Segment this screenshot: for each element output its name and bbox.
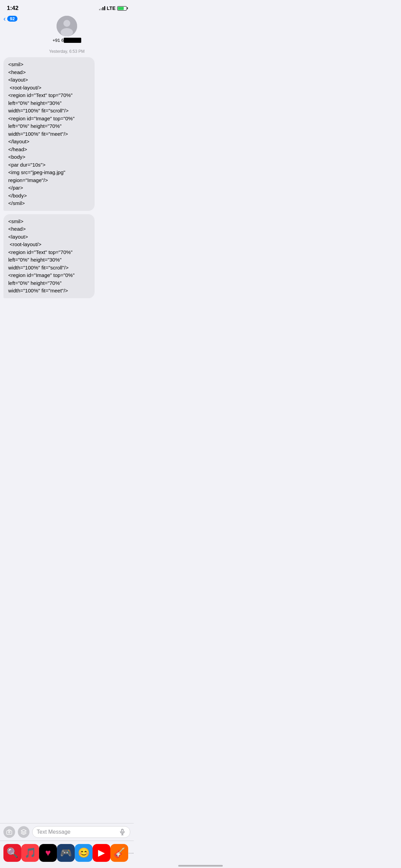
back-badge-count: 92 [7, 16, 17, 22]
status-icons: LTE [99, 5, 127, 11]
status-bar: 1:42 LTE [0, 0, 134, 14]
svg-point-2 [61, 28, 73, 36]
contact-avatar[interactable] [57, 16, 77, 36]
lte-label: LTE [107, 5, 116, 11]
nav-header: ‹ 92 +91 6 [0, 14, 134, 46]
back-button[interactable]: ‹ 92 [3, 15, 17, 22]
message-bubble-1: <smil> <head> <layout> <root-layout/> <r… [3, 57, 95, 211]
signal-icon [99, 6, 105, 10]
status-time: 1:42 [7, 5, 19, 12]
contact-number: +91 6 [52, 38, 81, 43]
back-chevron-icon: ‹ [3, 15, 6, 22]
messages-area: Yesterday, 6:53 PM <smil> <head> <layout… [0, 46, 134, 305]
battery-icon [117, 6, 127, 11]
redacted-number [64, 38, 81, 43]
timestamp-label: Yesterday, 6:53 PM [3, 49, 130, 54]
avatar-person-icon [57, 16, 77, 36]
message-bubble-2: <smil> <head> <layout> <root-layout/> <r… [3, 214, 95, 298]
svg-point-1 [63, 20, 70, 27]
